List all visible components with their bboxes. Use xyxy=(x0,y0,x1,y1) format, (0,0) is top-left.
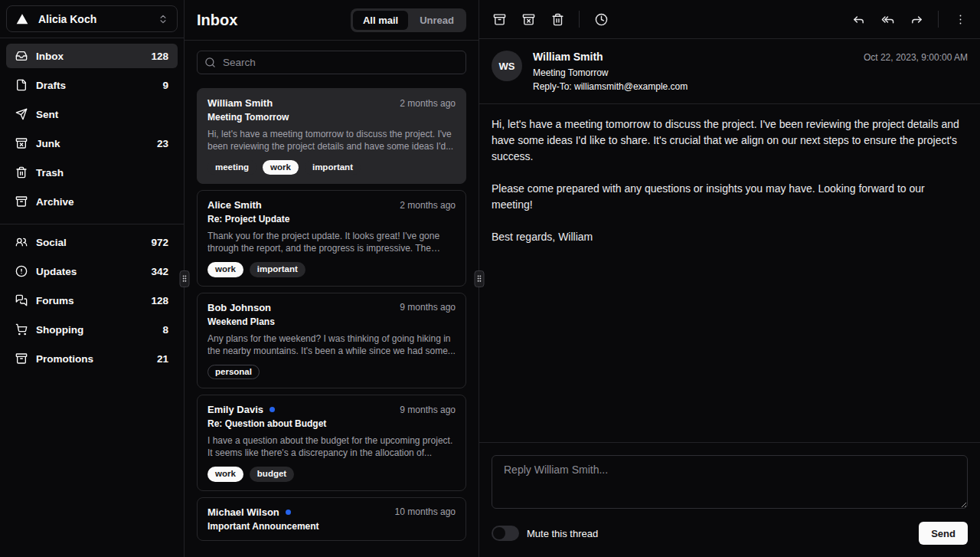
account-switcher[interactable]: Alicia Koch xyxy=(6,5,178,32)
mail-detail-pane: WS William Smith Meeting Tomorrow Reply-… xyxy=(479,0,980,557)
email-list-item[interactable]: Michael Wilson10 months agoImportant Ann… xyxy=(197,497,466,541)
tag-badge: personal xyxy=(207,365,260,380)
email-subject: Re: Project Update xyxy=(207,214,456,224)
email-tags: workbudget xyxy=(207,467,456,482)
tab-all-mail[interactable]: All mail xyxy=(353,11,408,30)
reply-all-icon xyxy=(881,13,894,26)
sidebar-item-label: Updates xyxy=(36,266,77,277)
tag-badge: important xyxy=(305,160,361,175)
send-button[interactable]: Send xyxy=(919,522,968,545)
sidebar-item-label: Inbox xyxy=(36,51,64,62)
sidebar-item-updates[interactable]: Updates342 xyxy=(6,259,178,283)
sidebar-item-label: Shopping xyxy=(36,324,83,336)
email-snippet: Thank you for the project update. It loo… xyxy=(207,231,456,255)
sidebar-item-sent[interactable]: Sent xyxy=(6,102,178,126)
sidebar-item-archive[interactable]: Archive xyxy=(6,189,178,214)
email-sender: Bob Johnson xyxy=(207,302,271,313)
panel-resize-handle[interactable] xyxy=(179,270,189,287)
trash-button[interactable] xyxy=(544,5,571,33)
reply-button[interactable] xyxy=(844,5,872,33)
inbox-icon xyxy=(15,50,28,62)
email-snippet: I have a question about the budget for t… xyxy=(207,435,456,460)
sender-name: William Smith xyxy=(533,51,688,64)
more-vertical-button[interactable] xyxy=(946,5,974,33)
sidebar-item-trash[interactable]: Trash xyxy=(6,160,178,185)
clock-button[interactable] xyxy=(587,5,615,33)
email-time: 9 months ago xyxy=(400,302,456,313)
sidebar-item-count: 21 xyxy=(157,353,168,365)
search-input[interactable] xyxy=(197,51,466,74)
archive-x-icon xyxy=(15,137,28,149)
sidebar-item-label: Forums xyxy=(36,295,74,306)
email-list-item[interactable]: William Smith2 months agoMeeting Tomorro… xyxy=(197,88,466,184)
tag-badge: meeting xyxy=(207,160,256,175)
toolbar-separator xyxy=(938,11,939,28)
email-list-item[interactable]: Bob Johnson9 months agoWeekend PlansAny … xyxy=(197,293,466,388)
users-icon xyxy=(15,236,28,248)
archive-x-button[interactable] xyxy=(514,5,542,33)
sidebar-nav-secondary: Social972Updates342Forums128Shopping8Pro… xyxy=(0,224,184,381)
sidebar-item-inbox[interactable]: Inbox128 xyxy=(6,44,178,68)
account-name: Alicia Koch xyxy=(38,13,96,25)
message-subject: Meeting Tomorrow xyxy=(533,67,688,78)
alert-circle-icon xyxy=(15,265,28,277)
toggle-thumb xyxy=(493,527,505,539)
tab-unread[interactable]: Unread xyxy=(410,11,464,30)
sidebar-item-social[interactable]: Social972 xyxy=(6,230,178,254)
sidebar-item-drafts[interactable]: Drafts9 xyxy=(6,73,178,97)
sidebar-item-label: Archive xyxy=(36,196,74,208)
email-tags: personal xyxy=(207,365,456,380)
archive-button[interactable] xyxy=(485,5,513,33)
list-header: Inbox All mail Unread xyxy=(185,0,479,40)
message-body: Hi, let's have a meeting tomorrow to dis… xyxy=(479,104,980,443)
message-meta: William Smith Meeting Tomorrow Reply-To:… xyxy=(533,51,688,92)
sidebar-item-label: Junk xyxy=(36,138,60,149)
email-list-item[interactable]: Emily Davis9 months agoRe: Question abou… xyxy=(197,395,466,490)
email-sender: Alice Smith xyxy=(207,199,262,211)
forward-button[interactable] xyxy=(903,5,930,33)
reply-section: Mute this thread Send xyxy=(479,443,980,557)
mail-tabs: All mail Unread xyxy=(351,8,466,32)
tag-badge: important xyxy=(250,262,305,277)
email-list-item[interactable]: Alice Smith2 months agoRe: Project Updat… xyxy=(197,190,466,286)
logo-triangle-icon xyxy=(15,12,29,26)
sidebar-item-promotions[interactable]: Promotions21 xyxy=(6,346,178,371)
reply-to-address: williamsmith@example.com xyxy=(574,81,688,92)
send-icon xyxy=(15,108,28,120)
sidebar-item-count: 8 xyxy=(162,324,168,336)
trash-icon xyxy=(551,13,564,26)
search-area xyxy=(185,41,479,74)
chevrons-up-down-icon xyxy=(158,14,168,25)
panel-resize-handle[interactable] xyxy=(474,270,484,287)
sidebar-nav-primary: Inbox128Drafts9SentJunk23TrashArchive xyxy=(0,38,184,224)
reply-to-line: Reply-To: williamsmith@example.com xyxy=(533,81,688,92)
message-date: Oct 22, 2023, 9:00:00 AM xyxy=(864,51,968,92)
search-icon xyxy=(204,57,216,68)
detail-toolbar xyxy=(479,0,980,38)
sidebar-item-shopping[interactable]: Shopping8 xyxy=(6,317,178,342)
sidebar-item-label: Social xyxy=(36,237,67,248)
email-subject: Weekend Plans xyxy=(207,316,456,327)
file-icon xyxy=(15,79,28,91)
sidebar-item-forums[interactable]: Forums128 xyxy=(6,288,178,313)
unread-dot xyxy=(286,509,291,515)
email-snippet: Hi, let's have a meeting tomorrow to dis… xyxy=(207,129,456,153)
sidebar-item-label: Drafts xyxy=(36,80,66,91)
sidebar-item-junk[interactable]: Junk23 xyxy=(6,131,178,156)
email-snippet: Any plans for the weekend? I was thinkin… xyxy=(207,333,456,358)
email-list: William Smith2 months agoMeeting Tomorro… xyxy=(185,74,479,557)
email-time: 2 months ago xyxy=(400,200,456,211)
toolbar-separator xyxy=(579,11,580,28)
messages-square-icon xyxy=(15,294,28,306)
email-tags: meetingworkimportant xyxy=(207,160,456,175)
reply-textarea[interactable] xyxy=(492,455,968,509)
unread-dot xyxy=(270,407,275,412)
mute-toggle[interactable] xyxy=(492,526,519,541)
reply-all-button[interactable] xyxy=(874,5,901,33)
email-subject: Re: Question about Budget xyxy=(207,418,456,429)
email-subject: Meeting Tomorrow xyxy=(207,112,456,123)
reply-icon xyxy=(852,13,865,26)
tag-badge: work xyxy=(207,262,243,277)
trash-icon xyxy=(15,166,28,179)
sidebar-item-count: 972 xyxy=(151,237,168,248)
